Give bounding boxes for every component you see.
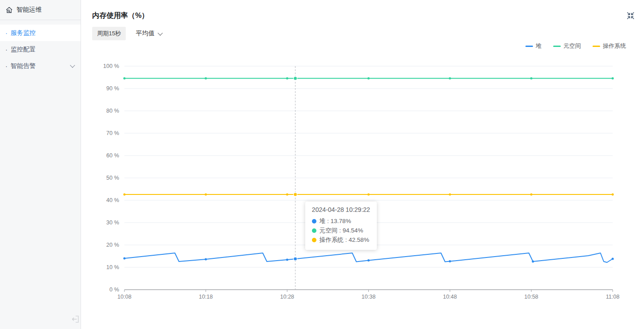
tooltip-row: 操作系统 : 42.58% xyxy=(312,235,370,245)
tooltip-series-value: 堆 : 13.78% xyxy=(320,217,351,225)
svg-text:60 %: 60 % xyxy=(107,152,119,159)
svg-text:10:08: 10:08 xyxy=(117,294,131,300)
sidebar-header: 智能运维 xyxy=(0,0,81,20)
svg-text:100 %: 100 % xyxy=(103,63,119,69)
sidebar-item-monitoring-config[interactable]: · 监控配置 xyxy=(0,41,81,58)
svg-text:0 %: 0 % xyxy=(109,287,119,293)
sidebar: 智能运维 · 服务监控 · 监控配置 · 智能告警 xyxy=(0,0,81,329)
tooltip-row: 堆 : 13.78% xyxy=(312,216,370,226)
menu-bullet: · xyxy=(5,63,8,70)
svg-text:40 %: 40 % xyxy=(107,197,119,203)
tooltip-timestamp: 2024-04-28 10:29:22 xyxy=(312,206,370,213)
collapse-sidebar-icon[interactable] xyxy=(70,314,80,324)
svg-text:70 %: 70 % xyxy=(107,130,119,136)
tooltip-series-value: 操作系统 : 42.58% xyxy=(320,236,369,244)
sidebar-menu: · 服务监控 · 监控配置 · 智能告警 xyxy=(0,20,81,74)
svg-text:10:38: 10:38 xyxy=(362,294,375,300)
svg-text:10:48: 10:48 xyxy=(443,294,457,300)
menu-bullet: · xyxy=(5,46,8,53)
ops-home-icon xyxy=(5,6,13,14)
svg-text:50 %: 50 % xyxy=(107,175,119,181)
tooltip-series-value: 元空间 : 94.54% xyxy=(320,227,363,235)
svg-text:90 %: 90 % xyxy=(107,85,119,92)
tooltip-series-dot xyxy=(312,228,316,233)
sidebar-item-label: 监控配置 xyxy=(11,46,36,54)
menu-bullet: · xyxy=(5,30,8,37)
svg-text:80 %: 80 % xyxy=(107,108,119,114)
sidebar-item-smart-alerts[interactable]: · 智能告警 xyxy=(0,58,81,74)
svg-text:10:28: 10:28 xyxy=(280,294,294,300)
sidebar-item-label: 智能告警 xyxy=(11,62,36,70)
svg-text:30 %: 30 % xyxy=(107,219,119,226)
chart-tooltip: 2024-04-28 10:29:22 堆 : 13.78% 元空间 : 94.… xyxy=(305,202,377,250)
svg-text:10 %: 10 % xyxy=(107,264,119,270)
sidebar-title: 智能运维 xyxy=(17,6,42,14)
main-panel: 内存使用率（%） 周期15秒 平均值 堆 元空间 xyxy=(81,0,644,329)
svg-text:10:18: 10:18 xyxy=(199,294,213,300)
sidebar-item-service-monitoring[interactable]: · 服务监控 xyxy=(0,25,81,41)
svg-text:20 %: 20 % xyxy=(107,242,119,248)
sidebar-item-label: 服务监控 xyxy=(11,29,36,37)
svg-text:11:08: 11:08 xyxy=(606,294,619,300)
tooltip-series-dot xyxy=(312,219,316,224)
memory-usage-chart[interactable]: 0 %10 %20 %30 %40 %50 %60 %70 %80 %90 %1… xyxy=(81,0,644,329)
tooltip-row: 元空间 : 94.54% xyxy=(312,226,370,235)
app-window: 智能运维 · 服务监控 · 监控配置 · 智能告警 内存使用率（%） xyxy=(0,0,644,329)
tooltip-series-dot xyxy=(312,238,316,242)
svg-text:10:58: 10:58 xyxy=(525,294,538,300)
chevron-down-icon xyxy=(70,63,75,67)
